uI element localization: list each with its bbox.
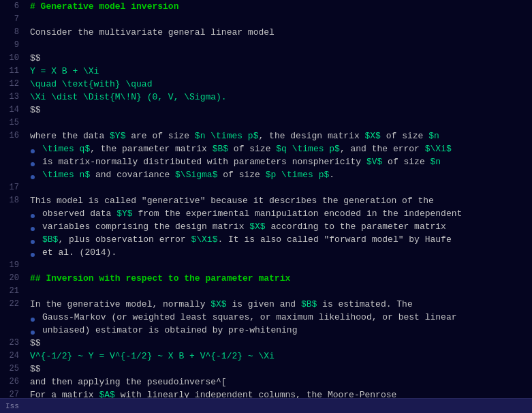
line-number: 13 [0,91,25,104]
line-row: 20 ## Inversion with respect to the para… [0,272,532,285]
svg-point-0 [31,149,35,153]
line-number: 18 [0,194,25,207]
line-row: $B$, plus observation error $\Xi$. It is… [0,233,532,246]
line-content: is matrix-normally distributed with para… [25,155,532,168]
line-number [0,142,25,155]
svg-point-8 [31,331,35,335]
line-row: 24 V^{-1/2} ~ Y = V^{-1/2} ~ X B + V^{-1… [0,350,532,363]
line-content: where the data $Y$ are of size $n \times… [25,129,532,142]
line-number: 17 [0,181,25,194]
status-bar: Iss [0,398,532,413]
line-row: Gauss-Markov (or weighted least squares,… [0,311,532,324]
line-number [0,220,25,233]
line-row: 23 $$ [0,337,532,350]
line-content [25,181,532,194]
line-number: 20 [0,272,25,285]
line-content [25,285,532,298]
line-number: 19 [0,259,25,272]
line-content: Gauss-Markov (or weighted least squares,… [25,311,532,324]
line-row: \times n$ and covariance $\Sigma$ of siz… [0,168,532,181]
svg-point-4 [31,227,35,231]
line-content: and then applying the pseudoinverse^[ [25,376,532,388]
line-row: et al. (2014). [0,246,532,259]
line-row: 12 \quad \text{with} \quad [0,78,532,91]
line-content: observed data $Y$ from the experimental … [25,207,532,220]
line-row: 11 Y = X B + \Xi [0,65,532,78]
line-row: unbiased) estimator is obtained by pre-w… [0,324,532,337]
line-number: 16 [0,129,25,142]
line-content [25,13,532,26]
line-content [25,39,532,52]
line-row: 10 $$ [0,52,532,65]
line-number: 15 [0,117,25,129]
line-number: 14 [0,104,25,117]
svg-point-6 [31,253,35,257]
line-content: $$ [25,52,532,65]
line-number [0,168,25,181]
line-number [0,246,25,259]
line-content: et al. (2014). [25,246,532,259]
line-number: 21 [0,285,25,298]
line-content: variables comprising the design matrix $… [25,220,532,233]
line-content: ## Inversion with respect to the paramet… [25,272,532,285]
line-number: 9 [0,39,25,52]
line-row: 7 [0,13,532,26]
line-content: \times q$, the parameter matrix $B$ of s… [25,142,532,155]
line-content: This model is called "generative" becaus… [25,194,532,207]
line-row: 26 and then applying the pseudoinverse^[ [0,376,532,388]
line-row: 9 [0,39,532,52]
line-number: 6 [0,0,25,13]
line-content: Y = X B + \Xi [25,65,532,78]
status-left: Iss [5,402,19,410]
line-content: # Generative model inversion [25,0,532,13]
line-content: unbiased) estimator is obtained by pre-w… [25,324,532,337]
line-row: observed data $Y$ from the experimental … [0,207,532,220]
line-row: 21 [0,285,532,298]
line-content: \quad \text{with} \quad [25,78,532,91]
line-row: 14 $$ [0,104,532,117]
line-content: $$ [25,363,532,376]
line-content [25,117,532,129]
line-number: 10 [0,52,25,65]
line-number: 25 [0,363,25,376]
svg-point-3 [31,214,35,218]
line-number: 11 [0,65,25,78]
line-content: $$ [25,337,532,350]
line-number [0,155,25,168]
line-content: $$ [25,104,532,117]
svg-point-1 [31,162,35,166]
line-content: V^{-1/2} ~ Y = V^{-1/2} ~ X B + V^{-1/2}… [25,350,532,363]
line-row: 15 [0,117,532,129]
code-editor: 6 # Generative model inversion 7 8 Consi… [0,0,532,413]
line-content: Consider the multivariate general linear… [25,26,532,39]
line-number: 22 [0,298,25,311]
line-content: \Xi \dist \Dist{M\!N} (0, V, \Sigma). [25,91,532,104]
line-row: 13 \Xi \dist \Dist{M\!N} (0, V, \Sigma). [0,91,532,104]
line-row: 19 [0,259,532,272]
svg-point-5 [31,240,35,244]
line-number [0,324,25,337]
line-number [0,311,25,324]
line-row: 6 # Generative model inversion [0,0,532,13]
line-row: 17 [0,181,532,194]
line-row: 18 This model is called "generative" bec… [0,194,532,207]
line-row: variables comprising the design matrix $… [0,220,532,233]
line-number: 24 [0,350,25,363]
line-row: 16 where the data $Y$ are of size $n \ti… [0,129,532,142]
svg-point-7 [31,318,35,322]
line-number: 12 [0,78,25,91]
line-number [0,207,25,220]
line-number: 7 [0,13,25,26]
line-content: $B$, plus observation error $\Xi$. It is… [25,233,532,246]
line-row: 25 $$ [0,363,532,376]
line-number: 26 [0,376,25,388]
line-number: 8 [0,26,25,39]
line-row: 22 In the generative model, normally $X$… [0,298,532,311]
line-content [25,259,532,272]
line-number: 23 [0,337,25,350]
line-row: 8 Consider the multivariate general line… [0,26,532,39]
line-row: \times q$, the parameter matrix $B$ of s… [0,142,532,155]
line-number [0,233,25,246]
line-row: is matrix-normally distributed with para… [0,155,532,168]
svg-point-2 [31,175,35,179]
